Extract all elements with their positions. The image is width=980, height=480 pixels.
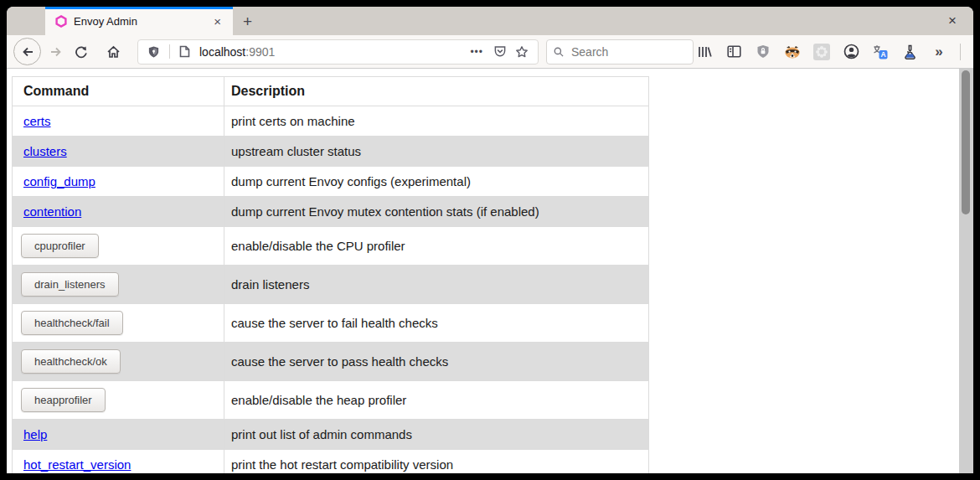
search-input[interactable] xyxy=(570,44,686,59)
search-box[interactable] xyxy=(546,39,694,65)
admin-command-table: Command Description certsprint certs on … xyxy=(12,76,649,473)
command-button[interactable]: heapprofiler xyxy=(21,388,106,412)
description-cell: print out list of admin commands xyxy=(224,420,649,450)
description-column-header: Description xyxy=(224,77,649,106)
table-header-row: Command Description xyxy=(13,77,649,106)
tab-envoy-admin[interactable]: Envoy Admin × xyxy=(45,7,233,35)
forward-button[interactable] xyxy=(44,39,69,65)
table-row: config_dumpdump current Envoy configs (e… xyxy=(13,167,649,197)
forward-icon xyxy=(49,45,63,59)
back-button[interactable] xyxy=(13,38,41,65)
pocket-icon[interactable] xyxy=(489,45,511,58)
command-cell: heapprofiler xyxy=(13,381,224,420)
url-text: localhost:9901 xyxy=(199,45,464,59)
url-bar[interactable]: localhost:9901 ••• xyxy=(137,39,539,65)
description-cell: print the hot restart compatibility vers… xyxy=(224,450,649,474)
browser-window: Envoy Admin × + × xyxy=(7,7,973,473)
window-close-button[interactable]: × xyxy=(931,7,973,35)
sidebar-icon[interactable] xyxy=(723,41,745,63)
new-tab-button[interactable]: + xyxy=(233,7,262,35)
page-actions-icon[interactable]: ••• xyxy=(464,46,489,58)
table-row: certsprint certs on machine xyxy=(13,106,649,137)
tab-bar: Envoy Admin × + × xyxy=(7,7,973,35)
url-port: :9901 xyxy=(245,45,275,59)
page-icon[interactable] xyxy=(175,45,194,58)
tab-title: Envoy Admin xyxy=(74,15,209,28)
tabbar-spacer xyxy=(262,7,931,35)
table-row: clustersupstream cluster status xyxy=(13,137,649,167)
bookmark-star-icon[interactable] xyxy=(511,45,533,59)
command-cell: certs xyxy=(13,106,224,137)
command-button[interactable]: drain_listeners xyxy=(21,272,119,297)
search-icon xyxy=(554,46,564,58)
flask-icon[interactable] xyxy=(899,41,921,63)
table-row: healthcheck/failcause the server to fail… xyxy=(13,304,649,343)
menu-button[interactable] xyxy=(971,41,973,63)
description-cell: cause the server to pass health checks xyxy=(224,343,649,381)
table-row: healthcheck/okcause the server to pass h… xyxy=(13,343,649,381)
command-link[interactable]: contention xyxy=(23,204,81,219)
page-content: Command Description certsprint certs on … xyxy=(7,69,973,473)
reload-button[interactable] xyxy=(69,39,94,65)
disabled-extension-icon[interactable] xyxy=(811,41,833,63)
account-icon[interactable] xyxy=(840,41,862,63)
command-cell: drain_listeners xyxy=(13,266,224,304)
table-row: heapprofilerenable/disable the heap prof… xyxy=(13,381,649,420)
table-row: cpuprofilerenable/disable the CPU profil… xyxy=(13,227,649,266)
tab-close-icon[interactable]: × xyxy=(209,13,226,29)
description-cell: drain listeners xyxy=(224,266,649,304)
shield-lock-extension-icon[interactable] xyxy=(752,41,774,63)
description-cell: upstream cluster status xyxy=(224,137,649,167)
svg-text:A: A xyxy=(880,50,885,59)
home-button[interactable] xyxy=(101,39,126,65)
description-cell: dump current Envoy configs (experimental… xyxy=(224,167,649,197)
command-cell: hot_restart_version xyxy=(13,450,224,474)
command-cell: contention xyxy=(13,197,224,227)
url-host: localhost xyxy=(199,45,245,59)
command-button[interactable]: healthcheck/fail xyxy=(21,311,123,335)
table-row: drain_listenersdrain listeners xyxy=(13,266,649,304)
urlbar-separator xyxy=(169,44,170,59)
plus-icon: + xyxy=(243,13,252,29)
command-cell: help xyxy=(13,420,224,450)
command-link[interactable]: config_dump xyxy=(23,174,95,188)
scrollbar-thumb[interactable] xyxy=(962,70,970,214)
toolbar-icon-group: A » xyxy=(694,41,973,63)
description-cell: print certs on machine xyxy=(224,106,649,137)
library-icon[interactable] xyxy=(694,41,715,63)
table-row: hot_restart_versionprint the hot restart… xyxy=(13,450,649,474)
envoy-favicon-icon xyxy=(55,15,67,28)
description-cell: enable/disable the heap profiler xyxy=(224,381,649,420)
command-cell: healthcheck/ok xyxy=(13,343,224,381)
description-cell: cause the server to fail health checks xyxy=(224,304,649,343)
command-button[interactable]: healthcheck/ok xyxy=(21,349,121,374)
navigation-toolbar: localhost:9901 ••• xyxy=(7,35,973,69)
raccoon-extension-icon[interactable] xyxy=(781,41,803,63)
table-row: helpprint out list of admin commands xyxy=(13,420,649,450)
tabbar-drag-space xyxy=(7,7,45,35)
back-icon xyxy=(21,45,34,59)
home-icon xyxy=(106,45,121,59)
description-cell: dump current Envoy mutex contention stat… xyxy=(224,197,649,227)
command-link[interactable]: help xyxy=(23,427,47,441)
translate-extension-icon[interactable]: A xyxy=(869,41,891,63)
table-row: contentiondump current Envoy mutex conte… xyxy=(13,197,649,227)
scrollbar-track[interactable] xyxy=(959,69,973,473)
toolbar-separator xyxy=(960,44,961,60)
command-cell: healthcheck/fail xyxy=(13,304,224,343)
command-link[interactable]: clusters xyxy=(23,144,67,158)
description-cell: enable/disable the CPU profiler xyxy=(224,227,649,266)
command-link[interactable]: certs xyxy=(23,114,51,128)
command-cell: cpuprofiler xyxy=(13,227,224,266)
command-table-body: certsprint certs on machineclustersupstr… xyxy=(13,106,649,474)
command-link[interactable]: hot_restart_version xyxy=(23,457,131,472)
reload-icon xyxy=(75,45,88,59)
close-icon: × xyxy=(948,13,957,29)
command-column-header: Command xyxy=(13,77,224,106)
command-cell: config_dump xyxy=(13,167,224,197)
command-button[interactable]: cpuprofiler xyxy=(21,234,99,258)
command-cell: clusters xyxy=(13,137,224,167)
tracking-protection-shield-icon[interactable] xyxy=(143,45,164,59)
overflow-chevrons-icon[interactable]: » xyxy=(928,41,950,63)
